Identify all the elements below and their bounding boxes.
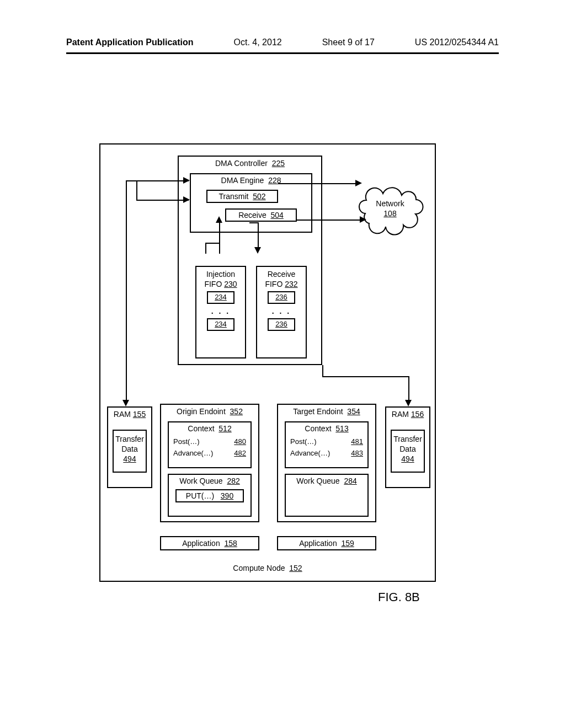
post-right-ref: 481: [351, 436, 363, 448]
line-dma-left-stub: [136, 180, 137, 201]
ram-right-ref: 156: [411, 410, 424, 419]
origin-ref: 352: [230, 407, 243, 416]
post-left-ref: 480: [234, 436, 246, 448]
transfer-right-box: Transfer Data 494: [391, 430, 425, 473]
injection-fifo-label2: FIFO: [204, 280, 222, 288]
application-left-box: Application 158: [160, 536, 259, 550]
arrowhead-ram-left: [122, 400, 129, 406]
work-queue-right-ref: 284: [344, 477, 356, 485]
figure-caption: FIG. 8B: [378, 590, 420, 604]
work-queue-left-ref: 282: [227, 477, 239, 485]
arrow-receive-to-network: [297, 220, 361, 221]
origin-label: Origin Endoint: [177, 407, 226, 416]
compute-node-label: Compute Node 152: [100, 564, 435, 572]
context-left-ref: 512: [218, 424, 231, 433]
injection-fifo-box: Injection FIFO 230 234 . . . 234: [195, 266, 246, 358]
line-injection-up: [219, 222, 220, 254]
transfer-right-ref: 494: [401, 454, 414, 463]
receive-fifo-ref: 232: [285, 280, 297, 288]
ram-left-label: RAM: [114, 410, 131, 419]
arrow-transmit-to-network: [278, 183, 356, 184]
sheet-text: Sheet 9 of 17: [322, 38, 375, 47]
receive-fifo-dots: . . .: [257, 306, 306, 316]
date-text: Oct. 4, 2012: [234, 38, 282, 47]
context-left-box: Context 512 Post(…) 480 Advance(…) 482: [168, 421, 252, 468]
advance-left-ref: 482: [234, 448, 246, 459]
receive-fifo-label2: FIFO: [265, 280, 282, 288]
transfer-left-ref: 494: [123, 454, 136, 463]
line-network-right-v2: [408, 376, 409, 401]
application-right-ref: 159: [341, 539, 354, 548]
dma-controller-ref: 225: [272, 159, 285, 168]
dma-engine-box: DMA Engine 228 Transmit 502 Receive 504: [190, 173, 312, 233]
context-left-label: Context: [188, 424, 214, 433]
injection-fifo-slot-b: 234: [207, 318, 234, 331]
transfer-right-l1: Transfer: [393, 435, 422, 443]
line-receive-elbow: [249, 222, 259, 223]
arrowhead-injection-up: [216, 216, 222, 223]
compute-node-frame: DMA Controller 225 DMA Engine 228 Transm…: [99, 143, 436, 582]
application-right-box: Application 159: [277, 536, 376, 550]
transfer-left-box: Transfer Data 494: [113, 430, 147, 473]
line-dma-left-out1: [126, 180, 189, 181]
arrowhead-receive-down: [254, 247, 261, 254]
receive-box: Receive 504: [225, 208, 297, 222]
advance-right-label: Advance(…): [290, 449, 330, 457]
ram-left-ref: 155: [133, 410, 146, 419]
put-ref: 390: [221, 491, 233, 500]
application-left-ref: 158: [224, 539, 237, 548]
target-ref: 354: [347, 407, 360, 416]
receive-fifo-slot-a: 236: [268, 291, 295, 304]
line-injection-elbow-h: [205, 243, 220, 244]
line-dma-left-out-v: [126, 180, 127, 401]
publication-text: Patent Application Publication: [66, 38, 194, 47]
injection-fifo-dots: . . .: [196, 306, 245, 316]
transfer-left-l1: Transfer: [115, 435, 144, 443]
target-endpoint-box: Target Endoint 354 Context 513 Post(…) 4…: [277, 404, 376, 522]
advance-left-label: Advance(…): [173, 449, 213, 457]
receive-fifo-label1: Receive: [268, 270, 296, 279]
ram-right-label: RAM: [392, 410, 409, 419]
docnum-text: US 2012/0254344 A1: [415, 38, 499, 47]
context-right-ref: 513: [335, 424, 348, 433]
arrowhead-ram-right: [405, 400, 412, 406]
transfer-right-l2: Data: [399, 445, 416, 453]
transmit-label: Transmit: [218, 192, 248, 201]
application-left-label: Application: [182, 539, 220, 548]
ram-left-box: RAM 155 Transfer Data 494: [107, 406, 152, 488]
transfer-left-l2: Data: [121, 445, 138, 453]
work-queue-left-box: Work Queue 282 PUT(…) 390: [168, 474, 252, 517]
network-label: Network: [376, 199, 404, 208]
context-right-box: Context 513 Post(…) 481 Advance(…) 483: [285, 421, 369, 468]
receive-fifo-box: Receive FIFO 232 236 . . . 236: [256, 266, 307, 358]
transmit-ref: 502: [253, 192, 265, 201]
post-right-label: Post(…): [290, 437, 317, 446]
work-queue-right-box: Work Queue 284: [285, 474, 369, 517]
target-label: Target Endoint: [293, 407, 343, 416]
injection-fifo-slot-a: 234: [207, 291, 234, 304]
application-right-label: Application: [299, 539, 337, 548]
origin-endpoint-box: Origin Endoint 352 Context 512 Post(…) 4…: [160, 404, 259, 522]
line-network-right-h: [322, 376, 409, 377]
put-box: PUT(…) 390: [175, 489, 244, 502]
work-queue-left-label: Work Queue: [179, 477, 222, 485]
page-header: Patent Application Publication Oct. 4, 2…: [66, 38, 499, 47]
dma-engine-label: DMA Engine: [221, 176, 264, 185]
line-dma-left-out2: [136, 200, 189, 201]
injection-fifo-ref: 230: [224, 280, 237, 288]
line-injection-elbow-v: [205, 243, 206, 254]
receive-label: Receive: [238, 211, 266, 220]
receive-fifo-slot-b: 236: [268, 318, 295, 331]
put-label: PUT(…): [186, 491, 214, 500]
network-ref: 108: [383, 209, 396, 218]
arrowhead-dma-left-in2: [183, 196, 190, 203]
header-divider: [66, 52, 499, 54]
receive-ref: 504: [271, 211, 284, 220]
ram-right-box: RAM 156 Transfer Data 494: [385, 406, 430, 488]
work-queue-right-label: Work Queue: [296, 477, 339, 485]
context-right-label: Context: [305, 424, 331, 433]
injection-fifo-label1: Injection: [206, 270, 235, 279]
transmit-box: Transmit 502: [206, 190, 278, 203]
arrowhead-dma-left-in: [183, 177, 190, 184]
network-cloud: Network 108: [354, 183, 426, 241]
